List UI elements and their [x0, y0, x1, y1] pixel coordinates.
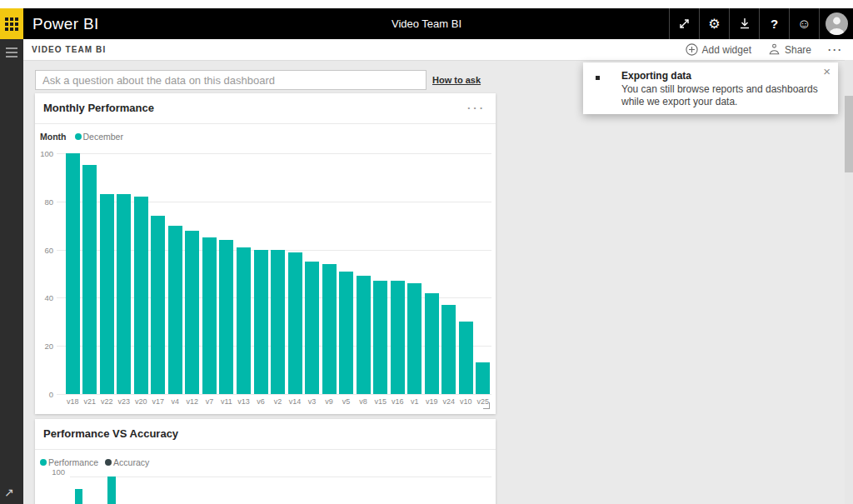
tile-title: Performance VS Accuracy [43, 427, 178, 440]
bar-v21[interactable] [82, 165, 97, 394]
x-tick-label: v1 [406, 397, 423, 406]
bar-v24[interactable] [441, 305, 456, 394]
y-tick-label: 20 [35, 342, 53, 351]
question-mark-icon: ? [771, 17, 778, 31]
bar-v1[interactable] [407, 283, 422, 394]
scrollbar-thumb[interactable] [845, 96, 853, 172]
gridline-100 [70, 477, 491, 477]
bar-v19[interactable] [425, 293, 439, 394]
square-dot-icon [596, 76, 600, 80]
more-options-button[interactable]: ··· [828, 44, 843, 56]
x-tick-label: v2 [269, 397, 287, 406]
tile-divider [35, 449, 496, 450]
bar-v16[interactable] [391, 281, 405, 394]
powerbi-logo[interactable]: Power BI [23, 8, 99, 39]
bar-v17[interactable] [151, 216, 165, 394]
toast-title: Exporting data [621, 70, 691, 82]
y-tick-label: 0 [35, 390, 53, 399]
bar-v4[interactable] [168, 226, 182, 394]
legend-label: December [83, 132, 123, 142]
bar-v22[interactable] [100, 194, 114, 394]
tile-title: Monthly Performance [43, 102, 154, 114]
toast-body: You can still browse reports and dashboa… [621, 83, 825, 108]
x-tick-label: v8 [355, 397, 372, 406]
x-tick-label: v9 [321, 397, 338, 406]
y-tick-label: 60 [35, 246, 53, 255]
chart2-legend: Performance Accuracy [40, 457, 156, 467]
bar-v13[interactable] [237, 247, 251, 394]
legend-item-december: December [75, 132, 123, 142]
legend-dot-icon [75, 133, 82, 140]
bar-v5[interactable] [339, 272, 353, 394]
tile-resize-handle[interactable] [483, 402, 490, 409]
y-tick-label: 100 [35, 149, 53, 158]
x-tick-label: v12 [184, 397, 202, 406]
how-to-ask-link[interactable]: How to ask [432, 75, 481, 85]
legend-item-performance: Performance [40, 457, 98, 467]
help-button[interactable]: ? [759, 8, 789, 39]
bar-v25[interactable] [476, 362, 490, 394]
share-label: Share [785, 44, 811, 56]
bar-v3[interactable] [305, 262, 319, 394]
breadcrumb: VIDEO TEAM BI [23, 45, 106, 54]
tile-menu-button[interactable]: ··· [467, 102, 486, 114]
gear-icon: ⚙ [708, 16, 720, 32]
x-tick-label: v20 [132, 397, 150, 406]
download-button[interactable] [729, 8, 759, 39]
bar-v15[interactable] [373, 281, 387, 394]
bar-v12[interactable] [185, 231, 199, 395]
avatar [826, 12, 848, 35]
bar-v14[interactable] [288, 252, 302, 395]
hamburger-icon [6, 47, 17, 49]
fullscreen-button[interactable] [669, 8, 699, 39]
x-tick-label: v7 [201, 397, 218, 406]
expand-rail-button[interactable]: ↗ [4, 486, 14, 499]
legend-title: Month [40, 132, 67, 142]
qna-search-input[interactable] [35, 70, 426, 90]
page-scrollbar[interactable] [845, 60, 853, 504]
x-tick-label: v10 [457, 397, 475, 406]
performance-bar-1[interactable] [75, 489, 82, 504]
top-app-bar: Power BI ⚙ ? [0, 8, 853, 39]
app-launcher-button[interactable] [0, 8, 23, 39]
dashboard-header-bar: VIDEO TEAM BI Add widget Share ··· [23, 39, 853, 61]
bar-v2[interactable] [271, 250, 285, 394]
feedback-button[interactable]: ☺ [789, 8, 819, 39]
bar-v10[interactable] [459, 322, 473, 394]
bar-v11[interactable] [219, 240, 233, 394]
x-tick-label: v23 [116, 397, 133, 406]
hamburger-menu-button[interactable] [6, 47, 17, 57]
x-tick-label: v15 [372, 397, 389, 406]
bar-v8[interactable] [357, 276, 371, 394]
x-tick-label: v4 [167, 397, 184, 406]
waffle-icon [5, 17, 18, 31]
download-icon [739, 17, 751, 30]
gridline [57, 153, 491, 154]
bar-v9[interactable] [322, 264, 337, 394]
toast-close-button[interactable]: × [823, 65, 831, 77]
settings-button[interactable]: ⚙ [699, 8, 729, 39]
tile-divider [35, 123, 496, 124]
x-tick-label: v11 [218, 397, 236, 406]
x-tick-label: v17 [150, 397, 167, 406]
legend-dot-icon [105, 459, 112, 466]
bar-v7[interactable] [202, 237, 217, 394]
bar-v20[interactable] [134, 197, 148, 394]
bar-v18[interactable] [66, 153, 80, 394]
add-widget-button[interactable]: Add widget [686, 43, 751, 56]
account-button[interactable] [819, 8, 853, 39]
dashboard-actions: Add widget Share ··· [686, 43, 853, 56]
performance-bar-2[interactable] [107, 477, 116, 504]
x-tick-label: v6 [252, 397, 270, 406]
y-tick-label: 80 [35, 197, 53, 207]
legend-label: Accuracy [113, 457, 149, 467]
bar-v23[interactable] [117, 194, 131, 394]
add-widget-label: Add widget [702, 44, 751, 56]
expand-diagonal-icon [678, 17, 691, 30]
x-tick-label: v16 [389, 397, 407, 406]
tile-performance-vs-accuracy[interactable]: Performance VS Accuracy Performance Accu… [35, 419, 496, 504]
x-tick-label: v22 [98, 397, 116, 406]
share-button[interactable]: Share [768, 43, 811, 56]
bar-v6[interactable] [254, 250, 268, 394]
tile-monthly-performance[interactable]: Monthly Performance ··· Month December 0… [35, 93, 496, 414]
